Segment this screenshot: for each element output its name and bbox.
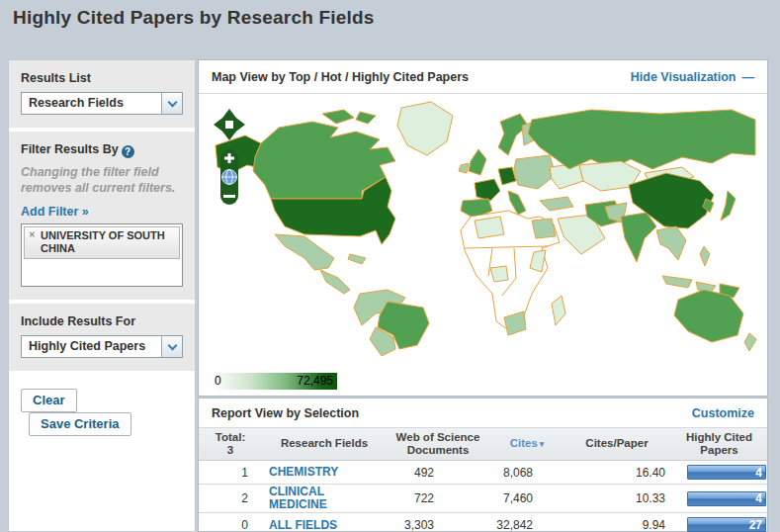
country-egypt[interactable] — [532, 219, 556, 238]
sidebar: Results List Research Fields Filter Resu… — [8, 59, 196, 532]
column-research-fields: Research Fields — [262, 437, 387, 450]
row-rank: 1 — [199, 466, 262, 480]
pan-left-icon — [214, 116, 225, 133]
row-docs: 3,303 — [390, 518, 460, 532]
total-label: Total: — [199, 431, 262, 444]
highly-cited-value: 4 — [755, 467, 765, 479]
include-results-section: Include Results For Highly Cited Papers — [9, 304, 195, 371]
zoom-out-icon — [223, 195, 235, 198]
region-central-europe[interactable] — [514, 155, 556, 189]
add-filter-link[interactable]: Add Filter » — [21, 205, 89, 219]
filter-label-text: Filter Results By — [21, 142, 119, 156]
column-total: Total: 3 — [199, 431, 262, 457]
save-criteria-button[interactable]: Save Criteria — [29, 412, 131, 436]
column-wos-documents: Web of Science Documents — [387, 431, 489, 457]
map-area: 0 72,495 — [199, 94, 767, 396]
country-italy[interactable] — [508, 191, 526, 215]
customize-link[interactable]: Customize — [692, 406, 754, 420]
country-russia[interactable] — [528, 110, 755, 169]
country-germany[interactable] — [498, 167, 516, 185]
country-india[interactable] — [621, 213, 656, 262]
row-docs: 492 — [390, 466, 460, 480]
row-cites-per-paper: 16.40 — [568, 466, 687, 480]
remove-filter-icon[interactable]: ✕ — [29, 230, 36, 240]
table-row: 0 ALL FIELDS 3,303 32,842 9.94 27 — [199, 513, 767, 532]
country-canada-islands[interactable] — [322, 110, 354, 124]
row-rank: 2 — [199, 491, 262, 505]
report-panel-title: Report View by Selection — [212, 406, 359, 420]
table-header-row: Total: 3 Research Fields Web of Science … — [199, 428, 767, 461]
row-rank: 0 — [199, 518, 262, 532]
total-value: 3 — [199, 444, 262, 457]
include-results-value: Highly Cited Papers — [22, 336, 182, 357]
region-central-america[interactable] — [320, 270, 350, 294]
country-japan[interactable] — [721, 191, 736, 221]
results-list-dropdown[interactable]: Research Fields — [21, 92, 183, 115]
column-highly-cited-papers: Highly Cited Papers — [669, 431, 769, 457]
help-icon[interactable]: ? — [122, 145, 134, 158]
country-cuba[interactable] — [348, 254, 366, 264]
field-link[interactable]: CLINICAL MEDICINE — [262, 486, 353, 511]
dropdown-button[interactable] — [161, 336, 182, 357]
include-results-label: Include Results For — [21, 314, 183, 328]
pan-right-icon — [233, 116, 245, 133]
results-list-value: Research Fields — [22, 93, 182, 114]
country-philippines[interactable] — [700, 246, 710, 266]
highly-cited-value: 27 — [749, 519, 765, 531]
results-list-label: Results List — [21, 71, 183, 85]
country-greenland[interactable] — [397, 102, 453, 155]
country-madagascar[interactable] — [552, 296, 565, 325]
hide-visualization-link[interactable]: Hide Visualization— — [631, 70, 754, 84]
row-docs: 722 — [390, 491, 460, 505]
country-mexico[interactable] — [275, 234, 334, 270]
table-row: 2 CLINICAL MEDICINE 722 7,460 10.33 4 — [199, 485, 767, 513]
map-legend: 0 72,495 — [212, 373, 337, 390]
country-uk[interactable] — [469, 149, 486, 175]
filter-note: Changing the filter field removes all cu… — [21, 165, 183, 196]
filter-listbox[interactable]: ✕ UNIVERSITY OF SOUTH CHINA — [21, 223, 183, 287]
include-results-dropdown[interactable]: Highly Cited Papers — [21, 335, 183, 358]
sort-down-icon: ▾ — [540, 439, 545, 449]
chevron-down-icon — [167, 97, 177, 107]
dropdown-button[interactable] — [161, 93, 182, 114]
pan-control — [214, 109, 245, 140]
country-france[interactable] — [475, 179, 500, 201]
row-cites: 8,068 — [460, 466, 568, 480]
row-cites-per-paper: 9.94 — [568, 518, 687, 532]
map-controls[interactable] — [213, 108, 246, 209]
row-cites-per-paper: 10.33 — [568, 491, 687, 505]
report-panel-header: Report View by Selection Customize — [199, 399, 767, 428]
page-title: Highly Cited Papers by Research Fields — [13, 7, 375, 29]
hide-visualization-label: Hide Visualization — [631, 70, 737, 84]
row-cites: 32,842 — [460, 518, 568, 532]
country-turkey[interactable] — [540, 197, 573, 211]
table-row: 1 CHEMISTRY 492 8,068 16.40 4 — [199, 461, 767, 485]
world-map[interactable] — [205, 98, 760, 357]
country-algeria[interactable] — [475, 217, 504, 238]
filter-tag[interactable]: ✕ UNIVERSITY OF SOUTH CHINA — [24, 226, 180, 258]
filter-tag-label: UNIVERSITY OF SOUTH CHINA — [41, 229, 165, 254]
filter-label: Filter Results By? — [21, 142, 183, 158]
highly-cited-bar: 27 — [687, 517, 766, 532]
highly-cited-value: 4 — [755, 492, 765, 504]
row-cites: 7,460 — [460, 491, 568, 505]
results-list-section: Results List Research Fields — [9, 60, 195, 128]
minus-icon: — — [742, 70, 755, 84]
report-panel: Report View by Selection Customize Total… — [198, 398, 768, 532]
legend-max: 72,495 — [297, 374, 333, 388]
filter-section: Filter Results By? Changing the filter f… — [9, 132, 195, 300]
country-ireland[interactable] — [459, 163, 469, 173]
country-canada-islands[interactable] — [356, 112, 376, 124]
clear-button[interactable]: Clear — [21, 389, 77, 412]
column-cites-sort[interactable]: Cites▾ — [489, 437, 564, 450]
map-panel: Map View by Top / Hot / Highly Cited Pap… — [198, 59, 768, 397]
highly-cited-bar: 4 — [687, 491, 766, 506]
region-southeast-asia[interactable] — [656, 226, 686, 260]
actions-section: Clear Save Criteria — [9, 375, 195, 449]
cites-label: Cites — [510, 437, 538, 449]
map-panel-header: Map View by Top / Hot / Highly Cited Pap… — [199, 60, 767, 94]
country-indonesia[interactable] — [662, 276, 692, 288]
field-link[interactable]: ALL FIELDS — [262, 519, 337, 532]
country-new-zealand[interactable] — [744, 333, 756, 351]
field-link[interactable]: CHEMISTRY — [262, 466, 338, 479]
